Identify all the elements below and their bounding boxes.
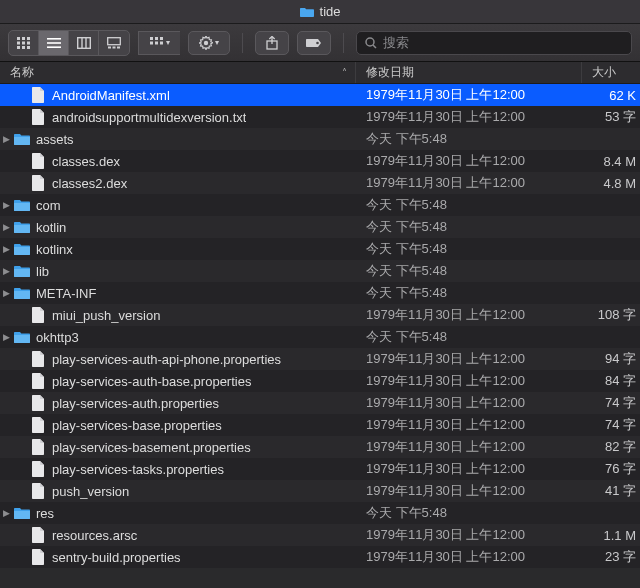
svg-rect-4 [22,41,25,44]
file-size: 94 字 [582,350,640,368]
folder-row[interactable]: ▶kotlinx今天 下午5:48 [0,238,640,260]
disclosure-triangle[interactable]: ▶ [0,332,12,342]
file-row[interactable]: sentry-build.properties1979年11月30日 上午12:… [0,546,640,568]
file-size: 108 字 [582,306,640,324]
file-row[interactable]: play-services-base.properties1979年11月30日… [0,414,640,436]
modified-date: 1979年11月30日 上午12:00 [356,350,582,368]
item-name: play-services-auth-api-phone.properties [52,352,281,367]
folder-row[interactable]: ▶com今天 下午5:48 [0,194,640,216]
item-name: com [36,198,61,213]
file-size: 41 字 [582,482,640,500]
file-row[interactable]: resources.arsc1979年11月30日 上午12:001.1 M [0,524,640,546]
folder-icon [14,329,30,345]
item-name: play-services-basement.properties [52,440,251,455]
file-icon [30,461,46,477]
svg-rect-17 [113,46,116,48]
column-header-name[interactable]: 名称 ˄ [0,62,356,83]
name-cell: play-services-basement.properties [0,439,356,455]
item-name: lib [36,264,49,279]
name-cell: androidsupportmultidexversion.txt [0,109,356,125]
arrange-button[interactable]: ▾ [138,31,180,55]
file-row[interactable]: play-services-auth.properties1979年11月30日… [0,392,640,414]
item-name: play-services-base.properties [52,418,222,433]
file-icon [30,417,46,433]
file-row[interactable]: classes2.dex1979年11月30日 上午12:004.8 M [0,172,640,194]
file-row[interactable]: play-services-auth-api-phone.properties1… [0,348,640,370]
disclosure-triangle[interactable]: ▶ [0,134,12,144]
file-row[interactable]: miui_push_version1979年11月30日 上午12:00108 … [0,304,640,326]
modified-date: 1979年11月30日 上午12:00 [356,548,582,566]
folder-row[interactable]: ▶res今天 下午5:48 [0,502,640,524]
column-header-size-label: 大小 [592,64,616,81]
disclosure-triangle[interactable]: ▶ [0,288,12,298]
file-size: 23 字 [582,548,640,566]
modified-date: 1979年11月30日 上午12:00 [356,526,582,544]
folder-row[interactable]: ▶META-INF今天 下午5:48 [0,282,640,304]
window-title: tide [320,4,341,19]
name-cell: ▶res [0,505,356,521]
folder-row[interactable]: ▶kotlin今天 下午5:48 [0,216,640,238]
name-cell: miui_push_version [0,307,356,323]
modified-date: 今天 下午5:48 [356,328,582,346]
svg-rect-23 [155,41,158,44]
window-titlebar: tide [0,0,640,24]
file-row[interactable]: androidsupportmultidexversion.txt1979年11… [0,106,640,128]
disclosure-triangle[interactable]: ▶ [0,244,12,254]
file-icon [30,351,46,367]
modified-date: 1979年11月30日 上午12:00 [356,416,582,434]
folder-row[interactable]: ▶lib今天 下午5:48 [0,260,640,282]
folder-row[interactable]: ▶assets今天 下午5:48 [0,128,640,150]
svg-rect-15 [108,37,121,44]
name-cell: ▶okhttp3 [0,329,356,345]
disclosure-triangle[interactable]: ▶ [0,222,12,232]
modified-date: 1979年11月30日 上午12:00 [356,86,582,104]
file-row[interactable]: classes.dex1979年11月30日 上午12:008.4 M [0,150,640,172]
folder-icon [14,197,30,213]
svg-rect-21 [160,37,163,40]
name-cell: play-services-tasks.properties [0,461,356,477]
file-icon [30,483,46,499]
modified-date: 1979年11月30日 上午12:00 [356,438,582,456]
disclosure-triangle[interactable]: ▶ [0,508,12,518]
file-row[interactable]: push_version1979年11月30日 上午12:0041 字 [0,480,640,502]
svg-rect-0 [17,37,20,40]
item-name: play-services-tasks.properties [52,462,224,477]
svg-rect-16 [108,46,111,48]
folder-row[interactable]: ▶okhttp3今天 下午5:48 [0,326,640,348]
search-input[interactable] [383,35,623,50]
svg-rect-10 [47,42,61,44]
modified-date: 1979年11月30日 上午12:00 [356,372,582,390]
share-button[interactable] [255,31,289,55]
svg-point-29 [366,38,374,46]
svg-rect-1 [22,37,25,40]
svg-line-30 [373,45,376,48]
name-cell: play-services-auth.properties [0,395,356,411]
file-row[interactable]: AndroidManifest.xml1979年11月30日 上午12:0062… [0,84,640,106]
file-size: 1.1 M [582,528,640,543]
tags-button[interactable] [297,31,331,55]
arrange-group: ▾ [138,31,180,55]
sort-ascending-icon: ˄ [342,67,347,78]
search-field[interactable] [356,31,632,55]
search-icon [365,37,377,49]
disclosure-triangle[interactable]: ▶ [0,200,12,210]
svg-point-25 [204,40,208,44]
column-header-modified[interactable]: 修改日期 [356,62,582,83]
file-row[interactable]: play-services-basement.properties1979年11… [0,436,640,458]
svg-rect-20 [155,37,158,40]
view-icons-button[interactable] [9,31,39,55]
item-name: assets [36,132,74,147]
modified-date: 今天 下午5:48 [356,196,582,214]
file-icon [30,87,46,103]
view-columns-button[interactable] [69,31,99,55]
file-size: 84 字 [582,372,640,390]
file-row[interactable]: play-services-tasks.properties1979年11月30… [0,458,640,480]
name-cell: resources.arsc [0,527,356,543]
column-header-size[interactable]: 大小 [582,62,640,83]
actions-button[interactable]: ▾ [188,31,230,55]
view-list-button[interactable] [39,31,69,55]
file-row[interactable]: play-services-auth-base.properties1979年1… [0,370,640,392]
svg-rect-7 [22,46,25,49]
disclosure-triangle[interactable]: ▶ [0,266,12,276]
view-gallery-button[interactable] [99,31,129,55]
